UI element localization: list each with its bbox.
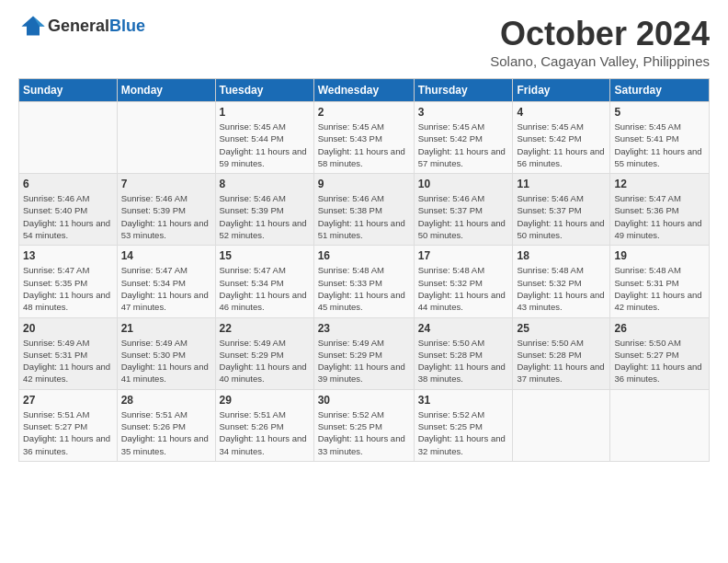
cell-info: Sunrise: 5:46 AM Sunset: 5:38 PM Dayligh…: [318, 192, 410, 241]
weekday-header-friday: Friday: [513, 79, 610, 102]
week-row-5: 27Sunrise: 5:51 AM Sunset: 5:27 PM Dayli…: [19, 389, 710, 461]
cell-info: Sunrise: 5:49 AM Sunset: 5:31 PM Dayligh…: [23, 337, 113, 385]
day-number: 3: [418, 106, 509, 119]
cell-info: Sunrise: 5:46 AM Sunset: 5:39 PM Dayligh…: [121, 192, 211, 241]
calendar-table: SundayMondayTuesdayWednesdayThursdayFrid…: [18, 78, 710, 462]
week-row-2: 6Sunrise: 5:46 AM Sunset: 5:40 PM Daylig…: [19, 174, 710, 246]
weekday-header-tuesday: Tuesday: [215, 79, 313, 102]
calendar-cell: 15Sunrise: 5:47 AM Sunset: 5:34 PM Dayli…: [215, 246, 313, 317]
day-number: 28: [121, 394, 211, 407]
calendar-cell: 29Sunrise: 5:51 AM Sunset: 5:26 PM Dayli…: [215, 389, 313, 461]
cell-info: Sunrise: 5:50 AM Sunset: 5:27 PM Dayligh…: [614, 337, 705, 385]
calendar-cell: 10Sunrise: 5:46 AM Sunset: 5:37 PM Dayli…: [414, 174, 513, 246]
cell-info: Sunrise: 5:51 AM Sunset: 5:26 PM Dayligh…: [121, 408, 211, 457]
cell-info: Sunrise: 5:46 AM Sunset: 5:39 PM Dayligh…: [220, 192, 310, 241]
day-number: 23: [318, 322, 410, 335]
calendar-cell: 13Sunrise: 5:47 AM Sunset: 5:35 PM Dayli…: [19, 246, 118, 317]
day-number: 9: [318, 178, 410, 190]
cell-info: Sunrise: 5:47 AM Sunset: 5:36 PM Dayligh…: [614, 192, 705, 241]
cell-info: Sunrise: 5:49 AM Sunset: 5:29 PM Dayligh…: [220, 337, 310, 385]
day-number: 30: [318, 394, 410, 407]
day-number: 25: [517, 322, 606, 335]
calendar-cell: 28Sunrise: 5:51 AM Sunset: 5:26 PM Dayli…: [117, 389, 215, 461]
cell-info: Sunrise: 5:52 AM Sunset: 5:25 PM Dayligh…: [418, 408, 509, 457]
logo-icon: [20, 15, 46, 37]
day-number: 19: [614, 249, 705, 262]
day-number: 12: [614, 178, 705, 190]
title-area: October 2024 Solano, Cagayan Valley, Phi…: [490, 15, 710, 69]
day-number: 6: [23, 178, 113, 190]
calendar-cell: 27Sunrise: 5:51 AM Sunset: 5:27 PM Dayli…: [19, 389, 118, 461]
calendar-cell: [513, 389, 610, 461]
weekday-header-row: SundayMondayTuesdayWednesdayThursdayFrid…: [19, 79, 710, 102]
day-number: 29: [220, 394, 310, 407]
cell-info: Sunrise: 5:45 AM Sunset: 5:42 PM Dayligh…: [418, 121, 509, 169]
weekday-header-wednesday: Wednesday: [313, 79, 414, 102]
cell-info: Sunrise: 5:46 AM Sunset: 5:40 PM Dayligh…: [23, 192, 113, 241]
cell-info: Sunrise: 5:48 AM Sunset: 5:32 PM Dayligh…: [517, 264, 606, 313]
cell-info: Sunrise: 5:45 AM Sunset: 5:41 PM Dayligh…: [614, 121, 705, 169]
day-number: 10: [418, 178, 509, 190]
calendar-cell: 7Sunrise: 5:46 AM Sunset: 5:39 PM Daylig…: [117, 174, 215, 246]
cell-info: Sunrise: 5:45 AM Sunset: 5:44 PM Dayligh…: [220, 121, 310, 169]
day-number: 1: [220, 106, 310, 119]
cell-info: Sunrise: 5:45 AM Sunset: 5:43 PM Dayligh…: [318, 121, 410, 169]
calendar-cell: 1Sunrise: 5:45 AM Sunset: 5:44 PM Daylig…: [215, 102, 313, 174]
location-title: Solano, Cagayan Valley, Philippines: [490, 53, 710, 69]
cell-info: Sunrise: 5:45 AM Sunset: 5:42 PM Dayligh…: [517, 121, 606, 169]
calendar-cell: 31Sunrise: 5:52 AM Sunset: 5:25 PM Dayli…: [414, 389, 513, 461]
calendar-cell: 22Sunrise: 5:49 AM Sunset: 5:29 PM Dayli…: [215, 317, 313, 389]
calendar-cell: 25Sunrise: 5:50 AM Sunset: 5:28 PM Dayli…: [513, 317, 610, 389]
cell-info: Sunrise: 5:46 AM Sunset: 5:37 PM Dayligh…: [418, 192, 509, 241]
calendar-cell: 17Sunrise: 5:48 AM Sunset: 5:32 PM Dayli…: [414, 246, 513, 317]
weekday-header-thursday: Thursday: [414, 79, 513, 102]
cell-info: Sunrise: 5:50 AM Sunset: 5:28 PM Dayligh…: [517, 337, 606, 385]
day-number: 11: [517, 178, 606, 190]
day-number: 17: [418, 249, 509, 262]
calendar-cell: 14Sunrise: 5:47 AM Sunset: 5:34 PM Dayli…: [117, 246, 215, 317]
day-number: 7: [121, 178, 211, 190]
day-number: 22: [220, 322, 310, 335]
calendar-cell: 26Sunrise: 5:50 AM Sunset: 5:27 PM Dayli…: [610, 317, 710, 389]
calendar-cell: 20Sunrise: 5:49 AM Sunset: 5:31 PM Dayli…: [19, 317, 118, 389]
cell-info: Sunrise: 5:49 AM Sunset: 5:30 PM Dayligh…: [121, 337, 211, 385]
day-number: 27: [23, 394, 113, 407]
day-number: 8: [220, 178, 310, 190]
logo-blue: Blue: [109, 17, 145, 35]
day-number: 31: [418, 394, 509, 407]
calendar-cell: 16Sunrise: 5:48 AM Sunset: 5:33 PM Dayli…: [313, 246, 414, 317]
cell-info: Sunrise: 5:51 AM Sunset: 5:27 PM Dayligh…: [23, 408, 113, 457]
logo-general: General: [48, 17, 109, 35]
day-number: 14: [121, 249, 211, 262]
calendar-cell: 4Sunrise: 5:45 AM Sunset: 5:42 PM Daylig…: [513, 102, 610, 174]
cell-info: Sunrise: 5:47 AM Sunset: 5:34 PM Dayligh…: [121, 264, 211, 313]
calendar-cell: 21Sunrise: 5:49 AM Sunset: 5:30 PM Dayli…: [117, 317, 215, 389]
calendar-cell: 3Sunrise: 5:45 AM Sunset: 5:42 PM Daylig…: [414, 102, 513, 174]
calendar-cell: [117, 102, 215, 174]
day-number: 13: [23, 249, 113, 262]
weekday-header-sunday: Sunday: [19, 79, 118, 102]
calendar-cell: 24Sunrise: 5:50 AM Sunset: 5:28 PM Dayli…: [414, 317, 513, 389]
cell-info: Sunrise: 5:47 AM Sunset: 5:35 PM Dayligh…: [23, 264, 113, 313]
day-number: 4: [517, 106, 606, 119]
cell-info: Sunrise: 5:47 AM Sunset: 5:34 PM Dayligh…: [220, 264, 310, 313]
cell-info: Sunrise: 5:48 AM Sunset: 5:31 PM Dayligh…: [614, 264, 705, 313]
month-title: October 2024: [490, 15, 710, 53]
cell-info: Sunrise: 5:51 AM Sunset: 5:26 PM Dayligh…: [220, 408, 310, 457]
cell-info: Sunrise: 5:46 AM Sunset: 5:37 PM Dayligh…: [517, 192, 606, 241]
calendar-cell: 8Sunrise: 5:46 AM Sunset: 5:39 PM Daylig…: [215, 174, 313, 246]
weekday-header-saturday: Saturday: [610, 79, 710, 102]
cell-info: Sunrise: 5:48 AM Sunset: 5:32 PM Dayligh…: [418, 264, 509, 313]
day-number: 5: [614, 106, 705, 119]
week-row-4: 20Sunrise: 5:49 AM Sunset: 5:31 PM Dayli…: [19, 317, 710, 389]
cell-info: Sunrise: 5:52 AM Sunset: 5:25 PM Dayligh…: [318, 408, 410, 457]
calendar-cell: 5Sunrise: 5:45 AM Sunset: 5:41 PM Daylig…: [610, 102, 710, 174]
cell-info: Sunrise: 5:49 AM Sunset: 5:29 PM Dayligh…: [318, 337, 410, 385]
week-row-3: 13Sunrise: 5:47 AM Sunset: 5:35 PM Dayli…: [19, 246, 710, 317]
calendar-cell: 30Sunrise: 5:52 AM Sunset: 5:25 PM Dayli…: [313, 389, 414, 461]
day-number: 18: [517, 249, 606, 262]
day-number: 16: [318, 249, 410, 262]
day-number: 15: [220, 249, 310, 262]
day-number: 26: [614, 322, 705, 335]
cell-info: Sunrise: 5:50 AM Sunset: 5:28 PM Dayligh…: [418, 337, 509, 385]
